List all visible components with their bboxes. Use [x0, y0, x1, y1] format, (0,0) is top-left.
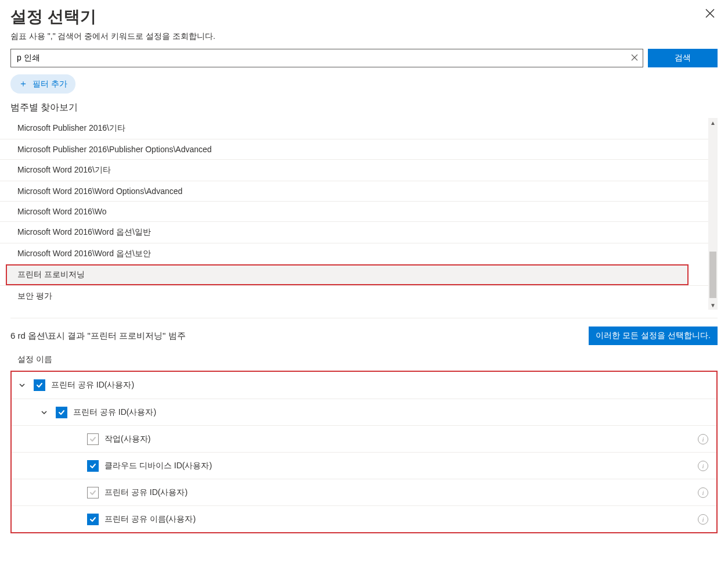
checkbox-checked[interactable]	[87, 460, 99, 472]
clear-search-button[interactable]	[626, 53, 643, 63]
browse-heading: 범주별 찾아보기	[10, 102, 718, 114]
search-box	[10, 49, 643, 67]
results-summary: 6 rd 옵션\표시 결과 "프린터 프로비저닝" 범주	[10, 331, 186, 342]
clear-icon	[631, 54, 638, 61]
checkbox-checked[interactable]	[56, 407, 67, 418]
category-item[interactable]: Microsoft Word 2016\Word Options\Advance…	[0, 181, 708, 201]
column-header-name: 설정 이름	[0, 351, 728, 371]
add-filter-button[interactable]: ＋ 필터 추가	[10, 74, 75, 94]
tree-row[interactable]: 프린터 공유 ID(사용자)i	[12, 479, 716, 505]
tree-row-label: 프린터 공유 ID(사용자)	[51, 380, 708, 390]
tree-row[interactable]: 프린터 공유 ID(사용자)	[12, 372, 716, 399]
category-item[interactable]: Microsoft Publisher 2016\기타	[0, 118, 708, 139]
scrollbar[interactable]: ▲ ▼	[708, 118, 718, 310]
scroll-down-icon[interactable]: ▼	[708, 300, 718, 310]
settings-tree: 프린터 공유 ID(사용자)프린터 공유 ID(사용자)작업(사용자)i클라우드…	[10, 371, 718, 533]
info-icon[interactable]: i	[698, 434, 708, 444]
category-item-selected[interactable]: 프린터 프로비저닝	[6, 264, 689, 285]
tree-row[interactable]: 프린터 공유 이름(사용자)i	[12, 505, 716, 532]
scroll-thumb[interactable]	[709, 252, 716, 298]
page-title: 설정 선택기	[10, 6, 96, 28]
close-icon	[705, 8, 715, 19]
category-item[interactable]: Microsoft Word 2016\Word 옵션\보안	[0, 243, 708, 264]
tree-row[interactable]: 작업(사용자)i	[12, 425, 716, 452]
search-button[interactable]: 검색	[648, 49, 718, 67]
category-item[interactable]: Microsoft Publisher 2016\Publisher Optio…	[0, 139, 708, 159]
checkbox-partial[interactable]	[87, 433, 99, 445]
info-icon[interactable]: i	[698, 487, 708, 498]
chevron-down-icon[interactable]	[16, 381, 28, 389]
info-icon[interactable]: i	[698, 514, 708, 525]
add-filter-label: 필터 추가	[33, 79, 67, 89]
category-item[interactable]: Microsoft Word 2016\Wo	[0, 201, 708, 221]
checkbox-checked[interactable]	[87, 514, 99, 525]
close-button[interactable]	[702, 6, 718, 23]
tree-row[interactable]: 클라우드 디바이스 ID(사용자)i	[12, 452, 716, 479]
category-item[interactable]: Microsoft Word 2016\기타	[0, 159, 708, 181]
tree-row-label: 프린터 공유 ID(사용자)	[104, 487, 692, 498]
checkbox-checked[interactable]	[34, 379, 45, 391]
chevron-down-icon[interactable]	[38, 408, 50, 417]
tree-row-label: 클라우드 디바이스 ID(사용자)	[104, 461, 692, 471]
search-input[interactable]	[11, 49, 626, 67]
plus-icon: ＋	[19, 78, 28, 90]
category-item[interactable]: Microsoft Word 2016\Word 옵션\일반	[0, 221, 708, 243]
scroll-up-icon[interactable]: ▲	[708, 118, 718, 127]
page-subtitle: 쉼표 사용 "," 검색어 중에서 키워드로 설정을 조회합니다.	[0, 31, 728, 49]
info-icon[interactable]: i	[698, 461, 708, 471]
checkbox-partial[interactable]	[87, 487, 99, 498]
category-list[interactable]: Microsoft Publisher 2016\기타Microsoft Pub…	[0, 118, 708, 310]
tree-row[interactable]: 프린터 공유 ID(사용자)	[12, 399, 716, 425]
tree-row-label: 프린터 공유 이름(사용자)	[104, 514, 692, 525]
category-item[interactable]: 보안 평가	[0, 285, 708, 307]
tree-row-label: 프린터 공유 ID(사용자)	[73, 407, 708, 418]
tree-row-label: 작업(사용자)	[104, 434, 692, 444]
select-all-button[interactable]: 이러한 모든 설정을 선택합니다.	[589, 327, 718, 345]
